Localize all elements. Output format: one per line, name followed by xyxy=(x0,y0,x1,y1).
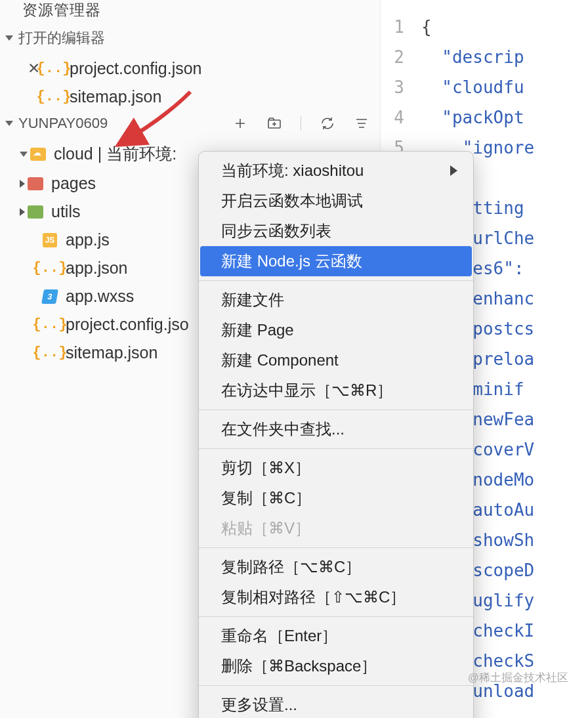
open-editors-list: ✕ {..} project.config.json {..} sitemap.… xyxy=(0,52,380,111)
open-editors-label: 打开的编辑器 xyxy=(18,28,105,48)
menu-item-label: 开启云函数本地调试 xyxy=(221,190,363,211)
code-line: 4 "packOpt xyxy=(381,102,588,133)
menu-item-label: 新建 Node.js 云函数 xyxy=(221,251,362,272)
menu-separator xyxy=(199,410,473,410)
code-line: 3 "cloudfu xyxy=(381,72,588,102)
menu-item-label: 复制［⌘C］ xyxy=(221,488,311,509)
json-icon: {..} xyxy=(42,317,58,333)
collapse-icon[interactable] xyxy=(354,116,369,131)
file-name: project.config.jso xyxy=(66,315,189,334)
open-editor-item[interactable]: ✕ {..} project.config.json xyxy=(0,54,380,83)
project-toolbar xyxy=(232,116,369,131)
menu-item[interactable]: 复制路径［⌥⌘C］ xyxy=(199,552,473,582)
menu-item: 粘贴［⌘V］ xyxy=(199,513,473,543)
menu-separator xyxy=(199,685,473,686)
menu-item-label: 剪切［⌘X］ xyxy=(221,457,310,478)
menu-item[interactable]: 复制［⌘C］ xyxy=(199,483,473,513)
menu-item-label: 在访达中显示［⌥⌘R］ xyxy=(221,380,392,401)
menu-item-label: 复制路径［⌥⌘C］ xyxy=(221,557,361,578)
menu-item-label: 新建 Page xyxy=(221,320,294,341)
menu-item[interactable]: 当前环境: xiaoshitou xyxy=(199,156,473,186)
menu-item[interactable]: 剪切［⌘X］ xyxy=(199,453,473,483)
menu-item[interactable]: 删除［⌘Backspace］ xyxy=(199,651,473,681)
json-icon: {..} xyxy=(46,61,62,77)
file-name: project.config.json xyxy=(70,59,202,78)
new-file-icon[interactable] xyxy=(232,116,248,131)
menu-item[interactable]: 重命名［Enter］ xyxy=(199,621,473,651)
menu-item-label: 复制相对路径［⇧⌥⌘C］ xyxy=(221,587,406,608)
wxss-icon: 3 xyxy=(42,289,58,305)
explorer-title: 资源管理器 xyxy=(0,0,380,24)
file-name: sitemap.json xyxy=(70,87,161,106)
code-line: 1{ xyxy=(381,12,588,42)
menu-item[interactable]: 在文件夹中查找... xyxy=(199,414,473,444)
folder-icon xyxy=(28,204,43,220)
chevron-right-icon xyxy=(20,208,25,216)
json-icon: {..} xyxy=(42,261,58,276)
menu-item-label: 新建 Component xyxy=(221,350,339,371)
chevron-right-icon xyxy=(20,180,25,188)
menu-item[interactable]: 在访达中显示［⌥⌘R］ xyxy=(199,375,473,406)
menu-item-label: 新建文件 xyxy=(221,289,284,310)
context-menu: 当前环境: xiaoshitou开启云函数本地调试同步云函数列表新建 Node.… xyxy=(198,151,474,718)
open-editors-header[interactable]: 打开的编辑器 xyxy=(0,24,380,52)
menu-item[interactable]: 新建 Component xyxy=(199,345,473,375)
menu-item[interactable]: 同步云函数列表 xyxy=(199,216,473,246)
menu-separator xyxy=(199,280,473,281)
menu-item[interactable]: 复制相对路径［⇧⌥⌘C］ xyxy=(199,582,473,612)
open-editor-item[interactable]: {..} sitemap.json xyxy=(0,83,380,111)
menu-separator xyxy=(199,547,473,548)
menu-separator xyxy=(199,448,473,449)
cloud-folder-icon xyxy=(30,146,46,162)
file-name: app.json xyxy=(66,259,128,278)
project-name: YUNPAY0609 xyxy=(18,115,108,132)
file-name: app.js xyxy=(66,230,110,249)
menu-item[interactable]: 开启云函数本地调试 xyxy=(199,186,473,216)
watermark: @稀土掘金技术社区 xyxy=(468,670,568,685)
menu-item[interactable]: 新建 Page xyxy=(199,315,473,345)
new-folder-icon[interactable] xyxy=(266,116,282,131)
folder-label: utils xyxy=(51,202,80,221)
chevron-down-icon xyxy=(20,152,28,157)
menu-item-label: 同步云函数列表 xyxy=(221,221,331,242)
menu-item[interactable]: 新建文件 xyxy=(199,285,473,315)
js-icon: JS xyxy=(42,232,58,248)
menu-item-label: 重命名［Enter］ xyxy=(221,625,337,646)
menu-separator xyxy=(199,616,473,617)
menu-item-label: 粘贴［⌘V］ xyxy=(221,518,310,539)
chevron-down-icon xyxy=(5,35,13,41)
json-icon: {..} xyxy=(42,345,58,361)
file-name: sitemap.json xyxy=(66,343,158,362)
chevron-down-icon xyxy=(5,121,13,126)
menu-item-label: 在文件夹中查找... xyxy=(221,419,345,440)
code-line: 2 "descrip xyxy=(381,42,588,72)
submenu-arrow-icon xyxy=(450,165,457,176)
json-icon: {..} xyxy=(46,89,62,105)
menu-item[interactable]: 新建 Node.js 云函数 xyxy=(200,246,472,276)
menu-item-label: 当前环境: xiaoshitou xyxy=(221,160,364,181)
menu-item-label: 更多设置... xyxy=(221,694,297,715)
project-header[interactable]: YUNPAY0609 xyxy=(0,111,380,136)
file-name: app.wxss xyxy=(66,287,134,306)
menu-item[interactable]: 更多设置... xyxy=(199,690,473,718)
folder-label: pages xyxy=(51,174,96,193)
separator xyxy=(301,116,301,131)
refresh-icon[interactable] xyxy=(320,116,335,131)
folder-label: cloud | 当前环境: xyxy=(54,143,177,165)
folder-icon xyxy=(28,176,43,192)
menu-item-label: 删除［⌘Backspace］ xyxy=(221,656,377,677)
